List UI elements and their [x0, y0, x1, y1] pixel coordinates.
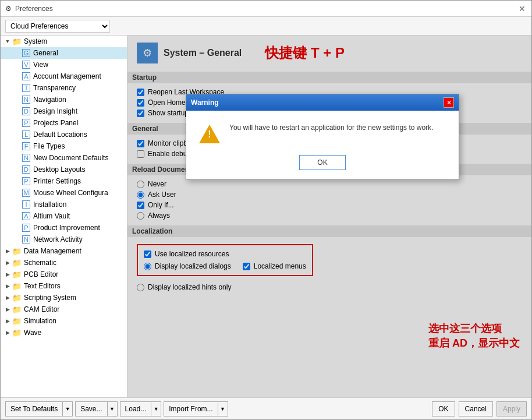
- page-icon-printer: P: [22, 177, 31, 186]
- sidebar-label-data: Data Management: [24, 247, 81, 255]
- expand-icon-schematic: ▶: [3, 260, 12, 266]
- expand-icon-simulation: ▶: [3, 318, 12, 324]
- page-icon-view: V: [22, 60, 31, 69]
- sidebar-label-text: Text Editors: [24, 282, 61, 290]
- folder-icon-scripting: 📁: [12, 293, 22, 302]
- sidebar-label-system: System: [24, 37, 47, 45]
- window-close-button[interactable]: ✕: [517, 4, 527, 13]
- right-panel: ⚙ System – General 快捷键 T + P Startup Reo…: [127, 36, 531, 397]
- sidebar-label-network: Network Activity: [33, 235, 83, 243]
- sidebar-item-text-editors[interactable]: ▶ 📁 Text Editors: [1, 280, 127, 292]
- sidebar-item-data-management[interactable]: ▶ 📁 Data Management: [1, 245, 127, 257]
- sidebar-item-product-improvement[interactable]: P Product Improvement: [1, 222, 127, 234]
- save-button[interactable]: Save...: [75, 401, 107, 417]
- import-button[interactable]: Import From...: [164, 401, 217, 417]
- bottom-bar: Set To Defaults ▼ Save... ▼ Load... ▼ Im…: [1, 397, 531, 419]
- sidebar-label-transparency: Transparency: [33, 84, 76, 92]
- sidebar-item-default-locations[interactable]: L Default Locations: [1, 129, 127, 140]
- sidebar-item-account-management[interactable]: A Account Management: [1, 70, 127, 82]
- sidebar-item-altium-vault[interactable]: A Altium Vault: [1, 210, 127, 222]
- warning-dialog: Warning ✕ You will have to restart an ap…: [186, 94, 459, 180]
- dialog-body: You will have to restart an application …: [186, 111, 459, 155]
- sidebar-label-product: Product Improvement: [33, 224, 100, 232]
- page-icon-design: D: [22, 107, 31, 116]
- sidebar-item-system[interactable]: ▼ 📁 System: [1, 36, 127, 47]
- sidebar-item-installation[interactable]: I Installation: [1, 199, 127, 210]
- sidebar-item-printer[interactable]: P Printer Settings: [1, 175, 127, 187]
- sidebar-item-scripting[interactable]: ▶ 📁 Scripting System: [1, 292, 127, 303]
- cloud-preferences-dropdown[interactable]: Cloud Preferences: [5, 20, 110, 33]
- set-defaults-button[interactable]: Set To Defaults: [5, 401, 62, 417]
- page-icon-transparency: T: [22, 83, 31, 93]
- page-icon-install: I: [22, 200, 31, 209]
- import-arrow[interactable]: ▼: [218, 401, 228, 417]
- cancel-button[interactable]: Cancel: [459, 401, 493, 417]
- page-icon-mouse: M: [22, 188, 31, 197]
- sidebar-item-cam-editor[interactable]: ▶ 📁 CAM Editor: [1, 303, 127, 315]
- sidebar-item-schematic[interactable]: ▶ 📁 Schematic: [1, 257, 127, 269]
- page-icon-desktop: D: [22, 165, 31, 174]
- warning-triangle: [199, 125, 220, 143]
- save-arrow[interactable]: ▼: [107, 401, 118, 417]
- apply-button[interactable]: Apply: [496, 401, 527, 417]
- sidebar-label-view: View: [33, 61, 48, 69]
- load-button[interactable]: Load...: [120, 401, 151, 417]
- set-defaults-arrow[interactable]: ▼: [62, 401, 73, 417]
- page-icon-product: P: [22, 223, 31, 232]
- folder-icon-schematic: 📁: [12, 258, 22, 267]
- expand-icon-system: ▼: [3, 38, 12, 44]
- folder-icon-simulation: 📁: [12, 316, 22, 326]
- sidebar-label-newdoc: New Document Defaults: [33, 154, 108, 162]
- sidebar-item-design-insight[interactable]: D Design Insight: [1, 105, 127, 117]
- sidebar-item-navigation[interactable]: N Navigation: [1, 94, 127, 105]
- sidebar-item-simulation[interactable]: ▶ 📁 Simulation: [1, 315, 127, 327]
- page-icon-vault: A: [22, 211, 31, 221]
- dialog-close-button[interactable]: ✕: [444, 97, 454, 108]
- folder-icon-wave: 📁: [12, 328, 22, 337]
- sidebar-item-desktop[interactable]: D Desktop Layouts: [1, 164, 127, 175]
- sidebar-label-desktop: Desktop Layouts: [33, 165, 85, 174]
- bottom-right: OK Cancel Apply: [432, 401, 527, 417]
- sidebar-item-projects-panel[interactable]: P Projects Panel: [1, 117, 127, 129]
- sidebar-item-general[interactable]: G General: [1, 47, 127, 59]
- sidebar-label-schematic: Schematic: [24, 259, 56, 267]
- sidebar-label-pcb: PCB Editor: [24, 270, 58, 278]
- set-defaults-split[interactable]: Set To Defaults ▼: [5, 401, 73, 417]
- sidebar-label-printer: Printer Settings: [33, 177, 81, 185]
- main-content: ▼ 📁 System G General V View A Account Ma…: [1, 36, 531, 397]
- title-bar: ⚙ Preferences ✕: [1, 1, 531, 17]
- sidebar-item-view[interactable]: V View: [1, 59, 127, 70]
- sidebar-label-simulation: Simulation: [24, 317, 56, 325]
- expand-icon-wave: ▶: [3, 330, 12, 336]
- save-split[interactable]: Save... ▼: [75, 401, 117, 417]
- sidebar-item-wave[interactable]: ▶ 📁 Wave: [1, 327, 127, 338]
- dialog-ok-button[interactable]: OK: [299, 155, 346, 170]
- import-split[interactable]: Import From... ▼: [164, 401, 228, 417]
- sidebar-label-scripting: Scripting System: [24, 294, 76, 302]
- sidebar: ▼ 📁 System G General V View A Account Ma…: [1, 36, 127, 397]
- sidebar-item-pcb-editor[interactable]: ▶ 📁 PCB Editor: [1, 269, 127, 280]
- folder-icon-cam: 📁: [12, 305, 22, 314]
- folder-icon-data: 📁: [12, 246, 22, 256]
- expand-icon-text: ▶: [3, 283, 12, 289]
- page-icon-general: G: [22, 48, 31, 58]
- page-icon-filetypes: F: [22, 142, 31, 151]
- load-arrow[interactable]: ▼: [151, 401, 161, 417]
- sidebar-item-transparency[interactable]: T Transparency: [1, 82, 127, 94]
- title-bar-left: ⚙ Preferences: [5, 5, 53, 13]
- expand-icon-scripting: ▶: [3, 295, 12, 301]
- sidebar-label-install: Installation: [33, 200, 66, 209]
- expand-icon-pcb: ▶: [3, 271, 12, 277]
- preferences-window: ⚙ Preferences ✕ Cloud Preferences ▼ 📁 Sy…: [0, 0, 532, 420]
- sidebar-item-new-doc[interactable]: N New Document Defaults: [1, 152, 127, 164]
- dialog-title: Warning: [191, 98, 219, 107]
- sidebar-label-wave: Wave: [24, 329, 41, 337]
- sidebar-label-cam: CAM Editor: [24, 305, 59, 313]
- sidebar-item-mouse-wheel[interactable]: M Mouse Wheel Configura: [1, 187, 127, 199]
- page-icon-newdoc: N: [22, 153, 31, 163]
- sidebar-item-file-types[interactable]: F File Types: [1, 140, 127, 152]
- load-split[interactable]: Load... ▼: [120, 401, 162, 417]
- sidebar-item-network-activity[interactable]: N Network Activity: [1, 234, 127, 245]
- page-icon-account: A: [22, 72, 31, 81]
- ok-button[interactable]: OK: [432, 401, 455, 417]
